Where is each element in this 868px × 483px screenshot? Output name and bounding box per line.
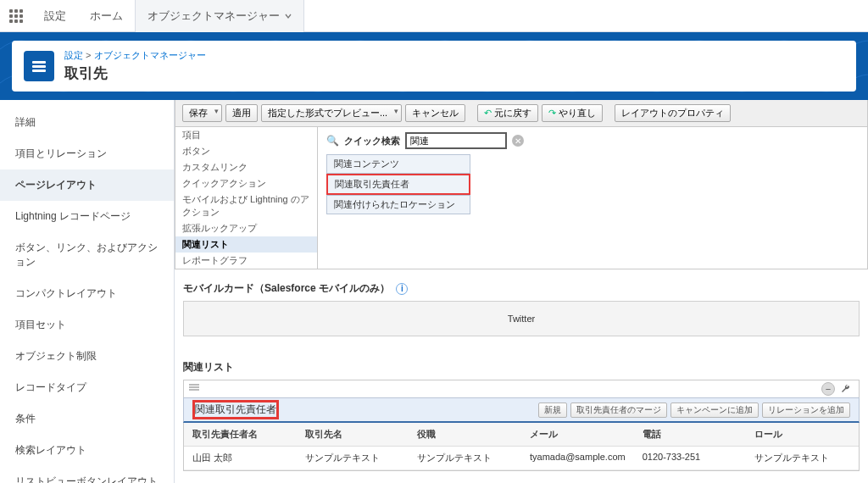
- breadcrumb: 設定 > オブジェクトマネージャー: [64, 50, 206, 60]
- related-list-1-bar: 関連取引先責任者 新規 取引先責任者のマージ キャンペーンに追加 リレーションを…: [183, 397, 860, 423]
- main-area: 保存 適用 指定した形式でプレビュー... キャンセル 元に戻す やり直し レイ…: [175, 100, 868, 483]
- rl1-col-4: 電話: [634, 423, 747, 446]
- svg-rect-1: [32, 65, 46, 68]
- quick-find-input[interactable]: [405, 132, 507, 149]
- rl1-cell-name: 山田 太郎: [184, 447, 297, 469]
- object-icon: [24, 51, 54, 81]
- preview-button[interactable]: 指定した形式でプレビュー...: [261, 104, 402, 122]
- palette-cat-quickactions[interactable]: クイックアクション: [175, 175, 317, 192]
- rl1-cell-title: サンプルテキスト: [409, 447, 521, 469]
- tab-home[interactable]: ホーム: [78, 0, 136, 32]
- sidebar-item-compact[interactable]: コンパクトレイアウト: [0, 278, 174, 309]
- sidebar-item-listviewbtns[interactable]: リストビューボタンレイアウト: [0, 466, 174, 483]
- rl1-col-5: ロール: [746, 423, 859, 446]
- rl1-col-0: 取引先責任者名: [184, 423, 297, 446]
- palette-cat-relatedlists[interactable]: 関連リスト: [175, 236, 317, 253]
- mobile-card-heading: モバイルカード（Salesforce モバイルのみ） i: [175, 269, 868, 301]
- redo-button[interactable]: やり直し: [542, 104, 603, 122]
- sidebar-item-limits[interactable]: オブジェクト制限: [0, 341, 174, 372]
- undo-button[interactable]: 元に戻す: [477, 104, 538, 122]
- quick-find-label: クイック検索: [344, 135, 400, 147]
- related-list-1-table: 取引先責任者名 取引先名 役職 メール 電話 ロール 山田 太郎 サンプルテキス…: [183, 423, 860, 471]
- palette-cat-fields[interactable]: 項目: [175, 127, 317, 143]
- mobile-card-heading-label: モバイルカード（Salesforce モバイルのみ）: [183, 282, 390, 294]
- rl1-cell-role: サンプルテキスト: [746, 447, 859, 469]
- sidebar-item-lightning[interactable]: Lightning レコードページ: [0, 201, 174, 232]
- clear-search-icon[interactable]: ✕: [512, 135, 524, 147]
- palette-cat-lookup[interactable]: 拡張ルックアップ: [175, 220, 317, 236]
- rl1-campaign-button[interactable]: キャンペーンに追加: [670, 402, 759, 418]
- twitter-card[interactable]: Twitter: [183, 301, 860, 336]
- rl1-cell-phone: 0120-733-251: [634, 447, 747, 469]
- remove-list-icon[interactable]: −: [821, 382, 835, 396]
- app-launcher-icon[interactable]: [0, 0, 32, 32]
- palette-item-related-content[interactable]: 関連コンテンツ: [326, 154, 470, 174]
- rl1-relation-button[interactable]: リレーションを追加: [762, 402, 850, 418]
- rl1-cell-email: tyamada@sample.com: [521, 447, 634, 469]
- rl1-col-2: 役職: [409, 423, 521, 446]
- svg-rect-0: [32, 61, 46, 64]
- table-row: 山田 太郎 サンプルテキスト サンプルテキスト tyamada@sample.c…: [184, 447, 859, 470]
- header-card: 設定 > オブジェクトマネージャー 取引先: [12, 41, 856, 92]
- related-list-1-title: 関連取引先責任者: [192, 400, 279, 419]
- cancel-button[interactable]: キャンセル: [405, 104, 465, 122]
- breadcrumb-objmgr[interactable]: オブジェクトマネージャー: [94, 50, 206, 60]
- chevron-down-icon: [285, 13, 292, 19]
- drag-handle-icon[interactable]: [189, 384, 199, 391]
- palette-item-related-locations[interactable]: 関連付けられたロケーション: [326, 195, 470, 214]
- svg-rect-2: [32, 69, 46, 72]
- palette-cat-mobileactions[interactable]: モバイルおよび Lightning のアクション: [175, 192, 317, 220]
- palette-cat-buttons[interactable]: ボタン: [175, 143, 317, 159]
- search-icon: 🔍: [326, 135, 339, 147]
- rl1-merge-button[interactable]: 取引先責任者のマージ: [570, 402, 667, 418]
- layout-properties-button[interactable]: レイアウトのプロパティ: [615, 104, 731, 122]
- sidebar-item-pagelayout[interactable]: ページレイアウト: [0, 169, 174, 201]
- related-lists-heading: 関連リスト: [175, 348, 868, 380]
- rl1-new-button[interactable]: 新規: [538, 402, 567, 418]
- breadcrumb-setup[interactable]: 設定: [64, 50, 83, 60]
- palette-cat-customlinks[interactable]: カスタムリンク: [175, 159, 317, 175]
- sidebar-item-recordtypes[interactable]: レコードタイプ: [0, 372, 174, 403]
- related-list-1-header: −: [183, 380, 860, 397]
- rl1-col-1: 取引先名: [297, 423, 409, 446]
- header-band: 設定 > オブジェクトマネージャー 取引先: [0, 32, 868, 100]
- tab-object-manager-label: オブジェクトマネージャー: [147, 8, 280, 24]
- sidebar-item-fields[interactable]: 項目とリレーション: [0, 138, 174, 169]
- tab-object-manager[interactable]: オブジェクトマネージャー: [136, 0, 304, 32]
- palette-categories: 項目 ボタン カスタムリンク クイックアクション モバイルおよび Lightni…: [175, 127, 318, 269]
- side-nav: 詳細 項目とリレーション ページレイアウト Lightning レコードページ …: [0, 100, 175, 483]
- sidebar-item-searchlayout[interactable]: 検索レイアウト: [0, 435, 174, 466]
- layout-toolbar: 保存 適用 指定した形式でプレビュー... キャンセル 元に戻す やり直し レイ…: [175, 100, 868, 127]
- rl1-cell-account: サンプルテキスト: [297, 447, 409, 469]
- rl1-col-3: メール: [521, 423, 634, 446]
- top-title: 設定: [32, 8, 78, 24]
- sidebar-item-criteria[interactable]: 条件: [0, 403, 174, 435]
- apply-button[interactable]: 適用: [225, 104, 258, 122]
- page-title: 取引先: [64, 64, 206, 83]
- sidebar-item-detail[interactable]: 詳細: [0, 107, 174, 138]
- top-nav: 設定 ホーム オブジェクトマネージャー: [0, 0, 868, 32]
- info-icon[interactable]: i: [396, 283, 408, 295]
- palette-cat-reportcharts[interactable]: レポートグラフ: [175, 253, 317, 269]
- wrench-icon[interactable]: [838, 382, 852, 396]
- save-button[interactable]: 保存: [182, 104, 222, 122]
- sidebar-item-buttons[interactable]: ボタン、リンク、およびアクション: [0, 232, 174, 278]
- palette-item-related-account-contacts[interactable]: 関連取引先責任者: [326, 174, 470, 195]
- sidebar-item-fieldsets[interactable]: 項目セット: [0, 309, 174, 341]
- palette: 項目 ボタン カスタムリンク クイックアクション モバイルおよび Lightni…: [175, 127, 868, 269]
